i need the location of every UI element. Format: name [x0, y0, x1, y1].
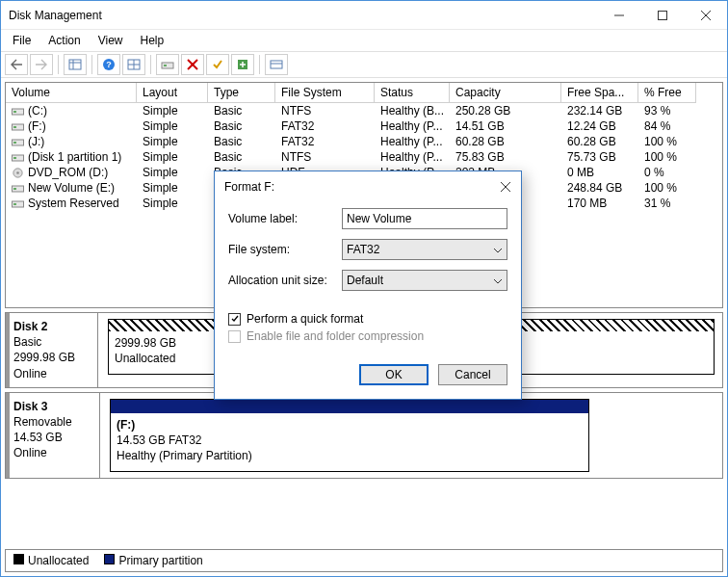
disk-2-name: Disk 2 [13, 319, 90, 334]
cell-capacity: 14.51 GB [450, 118, 561, 134]
column-freespace[interactable]: Free Spa... [561, 83, 638, 103]
help-icon: ? [102, 58, 116, 71]
cell-type: Basic [208, 134, 275, 149]
column-capacity[interactable]: Capacity [450, 83, 561, 103]
file-system-value: FAT32 [347, 243, 379, 256]
search-button[interactable] [156, 54, 179, 75]
checkbox-box [228, 313, 241, 326]
cell-free: 232.14 GB [561, 103, 638, 118]
table-row[interactable]: (F:)SimpleBasicFAT32Healthy (P...14.51 G… [6, 118, 722, 134]
disk-2-size: 2999.98 GB [13, 350, 90, 365]
cell-pct: 100 % [638, 134, 696, 149]
maximize-icon [658, 11, 667, 20]
table-row[interactable]: (J:)SimpleBasicFAT32Healthy (P...60.28 G… [6, 134, 722, 149]
svg-rect-4 [69, 60, 81, 69]
drive-icon [12, 121, 24, 132]
disk-2-info: Disk 2 Basic 2999.98 GB Online [6, 313, 98, 387]
check-button[interactable] [206, 54, 229, 75]
cell-capacity: 60.28 GB [450, 134, 561, 149]
list-icon [270, 60, 283, 69]
disk-3-part-fs: 14.53 GB FAT32 [117, 433, 583, 448]
svg-rect-12 [162, 63, 173, 68]
column-volume[interactable]: Volume [6, 83, 137, 103]
delete-button[interactable] [181, 54, 204, 75]
disk-3-kind: Removable [13, 414, 91, 430]
disk-3-name: Disk 3 [13, 399, 91, 414]
cell-capacity: 75.83 GB [450, 149, 561, 165]
svg-rect-26 [13, 142, 16, 144]
file-system-label: File system: [228, 243, 342, 256]
column-pctfree[interactable]: % Free [638, 83, 696, 103]
properties-button[interactable] [64, 54, 87, 75]
refresh-button[interactable] [231, 54, 254, 75]
quick-format-label: Perform a quick format [247, 312, 363, 326]
cell-pct: 31 % [638, 196, 696, 211]
table-row[interactable]: (C:)SimpleBasicNTFSHealthy (B...250.28 G… [6, 103, 722, 118]
volume-label-input[interactable] [342, 208, 507, 229]
disk-2-state: Online [13, 366, 90, 381]
disk-3-part-status: Healthy (Primary Partition) [117, 448, 583, 463]
column-filesystem[interactable]: File System [275, 83, 375, 103]
allocation-size-select[interactable]: Default [342, 270, 507, 291]
table-row[interactable]: (Disk 1 partition 1)SimpleBasicNTFSHealt… [6, 149, 722, 165]
drive-icon [12, 152, 24, 163]
disk-2-kind: Basic [13, 334, 90, 350]
toolbar: ? [1, 51, 727, 78]
forward-button[interactable] [30, 54, 53, 75]
compression-checkbox: Enable file and folder compression [228, 329, 507, 343]
swatch-blue-icon [104, 554, 115, 564]
svg-rect-28 [13, 157, 16, 159]
cell-type: Basic [208, 103, 275, 118]
cell-free: 12.24 GB [561, 118, 638, 134]
column-status[interactable]: Status [375, 83, 450, 103]
list-button[interactable] [265, 54, 288, 75]
svg-text:?: ? [106, 60, 112, 69]
cell-pct: 100 % [638, 180, 696, 196]
cell-status: Healthy (P... [375, 134, 450, 149]
menu-file[interactable]: File [5, 32, 39, 49]
compression-label: Enable file and folder compression [247, 329, 424, 343]
dialog-title: Format F: [224, 180, 494, 194]
minimize-icon [614, 11, 624, 20]
cell-volume: (J:) [28, 135, 44, 148]
cell-type: Basic [208, 149, 275, 165]
disk-3-panel[interactable]: Disk 3 Removable 14.53 GB Online (F:) 14… [5, 392, 723, 480]
disk-3-partition[interactable]: (F:) 14.53 GB FAT32 Healthy (Primary Par… [110, 399, 589, 473]
volume-label-label: Volume label: [228, 212, 342, 225]
allocation-size-label: Allocation unit size: [228, 274, 342, 287]
menu-help[interactable]: Help [133, 32, 172, 49]
column-layout[interactable]: Layout [137, 83, 208, 103]
format-dialog: Format F: Volume label: File system: FAT… [214, 170, 522, 400]
file-system-select[interactable]: FAT32 [342, 239, 507, 260]
window-title: Disk Management [9, 9, 597, 22]
plus-box-icon [237, 59, 248, 70]
column-type[interactable]: Type [208, 83, 275, 103]
close-button[interactable] [684, 1, 727, 29]
cell-pct: 93 % [638, 103, 696, 118]
menu-view[interactable]: View [91, 32, 131, 49]
cell-layout: Simple [137, 196, 208, 211]
chevron-down-icon [493, 274, 503, 287]
cell-pct: 100 % [638, 149, 696, 165]
allocation-size-value: Default [347, 274, 383, 287]
dialog-close-button[interactable] [494, 177, 517, 197]
grid-icon [127, 59, 141, 70]
cell-pct: 0 % [638, 165, 696, 180]
swatch-black-icon [13, 554, 24, 564]
x-icon [187, 59, 198, 70]
table-icon [68, 59, 82, 70]
legend-bar: Unallocated Primary partition [5, 549, 723, 572]
ok-button[interactable]: OK [359, 364, 429, 385]
menu-action[interactable]: Action [40, 32, 88, 49]
close-icon [701, 11, 711, 20]
quick-format-checkbox[interactable]: Perform a quick format [228, 312, 507, 326]
drive-icon [12, 198, 24, 209]
cell-filesystem: NTFS [275, 149, 375, 165]
cell-layout: Simple [137, 165, 208, 180]
layout-button[interactable] [122, 54, 145, 75]
maximize-button[interactable] [640, 1, 684, 29]
cancel-button[interactable]: Cancel [438, 364, 507, 385]
help-button[interactable]: ? [97, 54, 120, 75]
back-button[interactable] [5, 54, 28, 75]
minimize-button[interactable] [597, 1, 640, 29]
